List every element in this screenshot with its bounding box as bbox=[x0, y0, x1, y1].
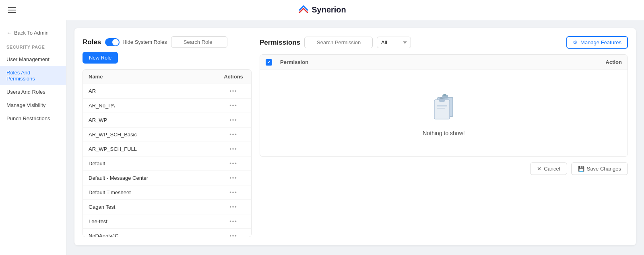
permissions-panel: Permissions 🔍 All Active Inactive ⚙ bbox=[260, 36, 628, 237]
hide-system-roles-toggle-container: Hide System Roles bbox=[105, 38, 167, 46]
sidebar-item-punch-restrictions[interactable]: Punch Restrictions bbox=[0, 112, 66, 125]
save-disk-icon: 💾 bbox=[578, 166, 584, 172]
row-actions-cell[interactable]: ••• bbox=[221, 204, 246, 210]
back-arrow-icon: ← bbox=[6, 30, 12, 36]
search-permission-input[interactable] bbox=[304, 37, 373, 48]
table-row[interactable]: Lee-test ••• bbox=[83, 214, 251, 229]
col-name-header: Name bbox=[89, 74, 221, 80]
row-actions-cell[interactable]: ••• bbox=[221, 88, 246, 94]
row-name-cell: NoDAonlyJC bbox=[89, 233, 221, 237]
roles-panel: Roles Hide System Roles 🔍 New Role bbox=[83, 36, 252, 237]
row-actions-cell[interactable]: ••• bbox=[221, 233, 246, 237]
sidebar-section-label: SECURITY PAGE bbox=[0, 43, 66, 53]
row-actions-cell[interactable]: ••• bbox=[221, 146, 246, 152]
manage-features-button[interactable]: ⚙ Manage Features bbox=[566, 36, 628, 49]
row-name-cell: AR bbox=[89, 88, 221, 94]
roles-header: Roles Hide System Roles 🔍 New Role bbox=[83, 36, 252, 64]
svg-rect-5 bbox=[437, 105, 447, 107]
empty-state-text: Nothing to show! bbox=[423, 130, 464, 136]
table-row[interactable]: Default Timesheet ••• bbox=[83, 185, 251, 200]
table-row[interactable]: Gagan Test ••• bbox=[83, 200, 251, 214]
row-name-cell: Default Timesheet bbox=[89, 189, 221, 195]
col-actions-header: Actions bbox=[221, 74, 246, 80]
sidebar-item-manage-visibility[interactable]: Manage Visibility bbox=[0, 99, 66, 112]
svg-rect-6 bbox=[437, 108, 445, 109]
permissions-table: ✓ Permission Action bbox=[260, 54, 628, 157]
permissions-header: Permissions 🔍 All Active Inactive ⚙ bbox=[260, 36, 628, 49]
table-row[interactable]: AR_WP ••• bbox=[83, 113, 251, 128]
back-to-admin-link[interactable]: ← Back To Admin bbox=[0, 27, 66, 39]
permissions-title: Permissions bbox=[260, 39, 300, 47]
row-actions-cell[interactable]: ••• bbox=[221, 117, 246, 123]
permissions-filter-select[interactable]: All Active Inactive bbox=[377, 37, 411, 48]
row-actions-cell[interactable]: ••• bbox=[221, 103, 246, 109]
perm-col-permission-header: Permission bbox=[280, 59, 569, 65]
cancel-x-icon: ✕ bbox=[537, 166, 541, 172]
row-actions-cell[interactable]: ••• bbox=[221, 160, 246, 167]
table-row[interactable]: NoDAonlyJC ••• bbox=[83, 229, 251, 237]
permissions-table-header: ✓ Permission Action bbox=[260, 55, 627, 70]
svg-rect-2 bbox=[434, 100, 450, 119]
sidebar-item-users-and-roles[interactable]: Users And Roles bbox=[0, 85, 66, 99]
table-row[interactable]: AR_WP_SCH_FULL ••• bbox=[83, 142, 251, 156]
table-row[interactable]: AR ••• bbox=[83, 84, 251, 99]
row-name-cell: AR_WP bbox=[89, 117, 221, 123]
save-changes-button[interactable]: 💾 Save Changes bbox=[571, 162, 628, 175]
row-name-cell: AR_WP_SCH_FULL bbox=[89, 146, 221, 152]
row-name-cell: AR_No_PA bbox=[89, 103, 221, 109]
main-card: Roles Hide System Roles 🔍 New Role bbox=[74, 28, 636, 245]
checkbox-checked-icon: ✓ bbox=[266, 59, 272, 66]
row-actions-cell[interactable]: ••• bbox=[221, 218, 246, 224]
roles-table-body: AR ••• AR_No_PA ••• AR_WP ••• AR_WP_SCH_… bbox=[83, 84, 251, 237]
roles-table: Name Actions AR ••• AR_No_PA ••• AR_WP •… bbox=[83, 69, 252, 237]
row-name-cell: Gagan Test bbox=[89, 204, 221, 210]
app-logo: Synerion bbox=[298, 4, 346, 16]
row-name-cell: Default - Message Center bbox=[89, 175, 221, 181]
roles-title: Roles bbox=[83, 38, 101, 46]
permissions-empty-state: Nothing to show! bbox=[260, 70, 627, 156]
table-row[interactable]: Default - Message Center ••• bbox=[83, 171, 251, 185]
table-row[interactable]: Default ••• bbox=[83, 156, 251, 171]
sidebar-item-user-management[interactable]: User Management bbox=[0, 53, 66, 66]
search-role-input[interactable] bbox=[171, 36, 227, 48]
hide-system-roles-toggle[interactable] bbox=[105, 38, 120, 46]
row-actions-cell[interactable]: ••• bbox=[221, 175, 246, 181]
row-name-cell: Default bbox=[89, 160, 221, 167]
select-all-checkbox[interactable]: ✓ bbox=[266, 59, 275, 66]
roles-permissions-layout: Roles Hide System Roles 🔍 New Role bbox=[83, 36, 628, 237]
footer-actions: ✕ Cancel 💾 Save Changes bbox=[260, 162, 628, 175]
row-name-cell: AR_WP_SCH_Basic bbox=[89, 132, 221, 138]
search-role-wrapper: 🔍 bbox=[171, 36, 227, 48]
new-role-button[interactable]: New Role bbox=[83, 52, 118, 64]
hide-system-roles-label: Hide System Roles bbox=[122, 39, 167, 45]
empty-state-icon bbox=[428, 90, 460, 123]
main-content: Roles Hide System Roles 🔍 New Role bbox=[66, 20, 644, 255]
row-name-cell: Lee-test bbox=[89, 218, 221, 224]
cancel-button[interactable]: ✕ Cancel bbox=[530, 162, 567, 175]
top-nav: Synerion bbox=[0, 0, 644, 20]
sidebar-item-roles-and-permissions[interactable]: Roles And Permissions bbox=[0, 66, 66, 85]
table-row[interactable]: AR_WP_SCH_Basic ••• bbox=[83, 128, 251, 142]
gear-icon: ⚙ bbox=[573, 39, 578, 45]
roles-table-header: Name Actions bbox=[83, 70, 251, 84]
hamburger-menu[interactable] bbox=[8, 7, 16, 13]
perm-col-action-header: Action bbox=[574, 59, 622, 65]
svg-rect-8 bbox=[443, 94, 446, 96]
table-row[interactable]: AR_No_PA ••• bbox=[83, 99, 251, 113]
sidebar: ← Back To Admin SECURITY PAGE User Manag… bbox=[0, 20, 66, 255]
row-actions-cell[interactable]: ••• bbox=[221, 189, 246, 195]
row-actions-cell[interactable]: ••• bbox=[221, 132, 246, 138]
search-permission-wrapper: 🔍 bbox=[304, 37, 373, 48]
